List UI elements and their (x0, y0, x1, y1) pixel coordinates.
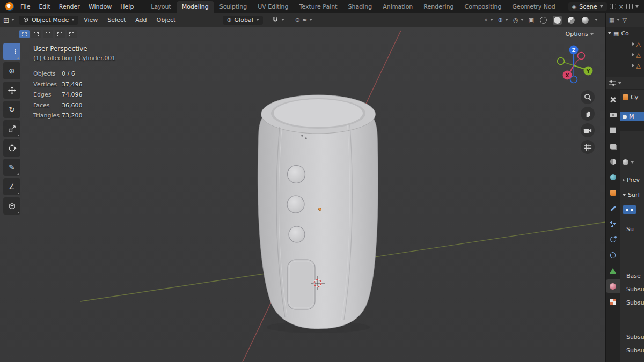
select-mode-invert-icon[interactable] (55, 30, 65, 38)
pan-button[interactable] (581, 107, 595, 121)
physics-properties-tab[interactable] (606, 233, 620, 246)
zoom-button[interactable] (581, 90, 595, 104)
tab-uv-editing[interactable]: UV Editing (252, 1, 294, 13)
shading-material-button[interactable] (567, 16, 576, 25)
outliner-collection-row[interactable]: ▦ Co (606, 28, 644, 39)
expand-icon[interactable] (632, 42, 634, 46)
tab-layout[interactable]: Layout (145, 1, 176, 13)
annotate-tool[interactable]: ✎ (3, 159, 20, 176)
subsurface-label: Subsu (626, 347, 644, 354)
expand-icon[interactable] (632, 64, 634, 67)
browse-material-dropdown[interactable] (623, 159, 634, 165)
tab-rendering[interactable]: Rendering (418, 1, 459, 13)
tab-texture-paint[interactable]: Texture Paint (294, 1, 343, 13)
use-nodes-button[interactable] (623, 205, 636, 214)
editor-type-button[interactable]: ⊞ (3, 17, 14, 24)
menu-window[interactable]: Window (84, 2, 116, 12)
menu-object[interactable]: Object (152, 15, 180, 25)
tab-modeling[interactable]: Modeling (177, 1, 214, 13)
view-layer-properties-tab[interactable] (606, 139, 620, 153)
snap-magnet-icon[interactable] (272, 16, 279, 24)
outliner-object-row[interactable]: △ (606, 60, 644, 71)
proportional-edit-icon[interactable]: ⊙ (295, 17, 300, 23)
render-properties-tab[interactable] (606, 108, 620, 122)
filter-icon[interactable]: ▽ (622, 17, 626, 23)
scale-tool[interactable] (3, 120, 20, 137)
rotate-tool[interactable]: ↻ (3, 101, 20, 118)
outliner-object-row[interactable]: △ (606, 49, 644, 60)
chevron-down-icon[interactable] (617, 19, 620, 21)
expand-icon[interactable] (632, 53, 634, 56)
tab-compositing[interactable]: Compositing (459, 1, 507, 13)
select-mode-extend-icon[interactable] (31, 30, 41, 38)
move-tool[interactable] (3, 82, 20, 99)
menu-view[interactable]: View (79, 15, 102, 25)
properties-icon[interactable] (609, 80, 616, 86)
axis-negative-y-ball[interactable] (558, 58, 565, 65)
selectability-dropdown[interactable]: ⌖ (485, 17, 493, 23)
world-properties-tab[interactable] (606, 171, 620, 184)
menu-file[interactable]: File (16, 2, 34, 12)
object-properties-tab[interactable] (606, 186, 620, 200)
shading-wireframe-button[interactable] (539, 16, 548, 25)
menu-help[interactable]: Help (116, 2, 138, 12)
tab-sculpting[interactable]: Sculpting (214, 1, 252, 13)
snap-options-chevron-icon[interactable] (281, 19, 284, 21)
cursor-tool[interactable]: ⊕ (3, 62, 20, 79)
material-slot-selected[interactable]: M (620, 112, 644, 121)
cylinder-object[interactable] (258, 95, 378, 333)
overlays-toggle[interactable]: ◎ (513, 17, 524, 23)
menu-edit[interactable]: Edit (34, 2, 54, 12)
constraints-properties-tab[interactable] (606, 248, 620, 262)
blender-logo-icon[interactable] (5, 2, 14, 11)
tab-animation[interactable]: Animation (377, 1, 418, 13)
camera-view-button[interactable] (581, 123, 595, 137)
scene-properties-tab[interactable] (606, 155, 620, 168)
close-icon[interactable]: × (619, 4, 624, 10)
transform-tool[interactable] (3, 139, 20, 157)
output-properties-tab[interactable] (606, 124, 620, 137)
viewport-canvas[interactable] (0, 27, 605, 362)
tool-properties-tab[interactable] (606, 93, 620, 106)
measure-tool[interactable]: ∠ (3, 178, 20, 195)
gizmos-toggle[interactable]: ⊕ (498, 17, 508, 23)
material-properties-tab[interactable] (606, 279, 620, 293)
new-scene-icon[interactable] (610, 4, 616, 9)
select-mode-intersect-icon[interactable] (67, 30, 77, 38)
texture-properties-tab[interactable] (606, 295, 620, 308)
toggle-ortho-button[interactable] (581, 140, 595, 154)
transform-orientation-dropdown[interactable]: ⊕ Global (223, 16, 262, 25)
mode-dropdown[interactable]: Object Mode (19, 16, 78, 25)
axis-negative-x-ball[interactable] (578, 53, 585, 60)
select-mode-subtract-icon[interactable] (43, 30, 53, 38)
falloff-curve-icon[interactable]: ≈ (302, 17, 307, 23)
chevron-down-icon[interactable] (309, 19, 312, 21)
menu-select[interactable]: Select (103, 15, 130, 25)
add-cube-tool[interactable] (3, 197, 20, 215)
outliner-object-row[interactable]: △ (606, 39, 644, 49)
navigation-gizmo[interactable]: Z Y X (549, 41, 598, 90)
viewport-3d[interactable]: ⊕ ↻ ✎ ∠ User Perspective (0, 27, 605, 362)
chevron-down-icon[interactable] (635, 5, 639, 8)
modifier-properties-tab[interactable] (606, 202, 620, 215)
menu-add[interactable]: Add (131, 15, 151, 25)
surface-panel-header[interactable]: Surf (623, 191, 640, 198)
outliner-display-icon[interactable]: ▦ (609, 17, 614, 23)
window-layout-icon[interactable] (626, 4, 633, 9)
shading-options-chevron-icon[interactable] (595, 19, 598, 21)
menu-render[interactable]: Render (55, 2, 84, 12)
options-dropdown[interactable]: Options (566, 31, 594, 38)
xray-toggle-icon[interactable]: ▣ (529, 17, 534, 23)
select-box-tool[interactable] (3, 43, 20, 60)
object-data-properties-tab[interactable] (606, 264, 620, 277)
select-mode-set-icon[interactable] (19, 30, 30, 38)
tab-geometry-nodes[interactable]: Geometry Nod (507, 1, 560, 13)
tab-shading[interactable]: Shading (343, 1, 378, 13)
shading-solid-button[interactable] (553, 16, 562, 25)
shading-rendered-button[interactable] (581, 16, 590, 25)
collapse-icon[interactable] (608, 32, 611, 34)
chevron-down-icon[interactable] (618, 82, 621, 84)
scene-selector[interactable]: ◈ Scene (568, 2, 607, 11)
particles-properties-tab[interactable] (606, 217, 620, 231)
preview-panel-header[interactable]: Prev (623, 176, 640, 183)
